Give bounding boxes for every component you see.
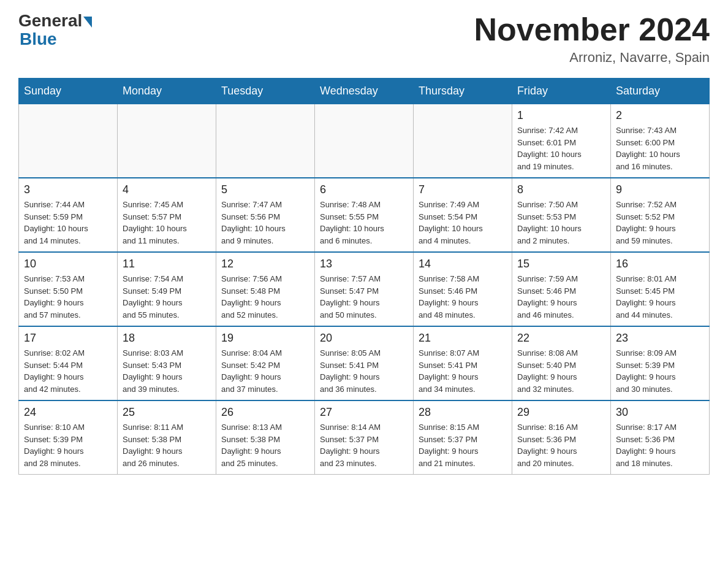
calendar-cell	[315, 104, 414, 178]
day-info: Sunrise: 8:09 AM Sunset: 5:39 PM Dayligh…	[616, 347, 704, 395]
weekday-header-saturday: Saturday	[611, 79, 710, 104]
calendar-week-row: 3Sunrise: 7:44 AM Sunset: 5:59 PM Daylig…	[19, 178, 710, 252]
calendar-cell: 3Sunrise: 7:44 AM Sunset: 5:59 PM Daylig…	[19, 178, 118, 252]
day-info: Sunrise: 7:43 AM Sunset: 6:00 PM Dayligh…	[616, 124, 704, 172]
weekday-header-monday: Monday	[118, 79, 216, 104]
day-number: 22	[517, 332, 605, 345]
day-number: 19	[221, 332, 309, 345]
calendar-cell: 26Sunrise: 8:13 AM Sunset: 5:38 PM Dayli…	[216, 400, 315, 475]
header: General Blue November 2024 Arroniz, Nava…	[18, 12, 710, 66]
calendar-cell	[216, 104, 315, 178]
calendar-cell: 14Sunrise: 7:58 AM Sunset: 5:46 PM Dayli…	[414, 252, 512, 326]
day-info: Sunrise: 8:17 AM Sunset: 5:36 PM Dayligh…	[616, 421, 704, 469]
day-number: 13	[320, 258, 408, 270]
logo-blue-text: Blue	[20, 29, 57, 49]
calendar-cell: 8Sunrise: 7:50 AM Sunset: 5:53 PM Daylig…	[512, 178, 611, 252]
calendar-cell: 10Sunrise: 7:53 AM Sunset: 5:50 PM Dayli…	[19, 252, 118, 326]
calendar-cell: 23Sunrise: 8:09 AM Sunset: 5:39 PM Dayli…	[611, 326, 710, 400]
weekday-header-thursday: Thursday	[414, 79, 512, 104]
day-number: 26	[221, 406, 309, 419]
day-number: 23	[616, 332, 704, 345]
day-number: 9	[616, 183, 704, 196]
day-number: 12	[221, 258, 309, 270]
calendar-cell	[118, 104, 216, 178]
day-info: Sunrise: 7:44 AM Sunset: 5:59 PM Dayligh…	[24, 199, 112, 247]
weekday-header-sunday: Sunday	[19, 79, 118, 104]
calendar-cell: 2Sunrise: 7:43 AM Sunset: 6:00 PM Daylig…	[611, 104, 710, 178]
weekday-header-tuesday: Tuesday	[216, 79, 315, 104]
logo: General Blue	[18, 12, 92, 49]
day-number: 18	[123, 332, 211, 345]
calendar-cell: 25Sunrise: 8:11 AM Sunset: 5:38 PM Dayli…	[118, 400, 216, 475]
day-info: Sunrise: 8:07 AM Sunset: 5:41 PM Dayligh…	[419, 347, 507, 395]
day-info: Sunrise: 7:48 AM Sunset: 5:55 PM Dayligh…	[320, 199, 408, 247]
day-info: Sunrise: 8:08 AM Sunset: 5:40 PM Dayligh…	[517, 347, 605, 395]
day-info: Sunrise: 8:11 AM Sunset: 5:38 PM Dayligh…	[123, 421, 211, 469]
day-number: 16	[616, 258, 704, 270]
day-number: 1	[517, 109, 605, 122]
calendar-week-row: 1Sunrise: 7:42 AM Sunset: 6:01 PM Daylig…	[19, 104, 710, 178]
day-number: 28	[419, 406, 507, 419]
calendar-cell: 4Sunrise: 7:45 AM Sunset: 5:57 PM Daylig…	[118, 178, 216, 252]
calendar-title: November 2024	[474, 12, 710, 47]
calendar-cell: 28Sunrise: 8:15 AM Sunset: 5:37 PM Dayli…	[414, 400, 512, 475]
day-info: Sunrise: 7:50 AM Sunset: 5:53 PM Dayligh…	[517, 199, 605, 247]
calendar-cell	[414, 104, 512, 178]
day-number: 8	[517, 183, 605, 196]
day-number: 2	[616, 109, 704, 122]
day-number: 5	[221, 183, 309, 196]
day-info: Sunrise: 7:54 AM Sunset: 5:49 PM Dayligh…	[123, 273, 211, 321]
calendar-cell: 21Sunrise: 8:07 AM Sunset: 5:41 PM Dayli…	[414, 326, 512, 400]
calendar-cell: 24Sunrise: 8:10 AM Sunset: 5:39 PM Dayli…	[19, 400, 118, 475]
day-info: Sunrise: 8:16 AM Sunset: 5:36 PM Dayligh…	[517, 421, 605, 469]
calendar-cell: 13Sunrise: 7:57 AM Sunset: 5:47 PM Dayli…	[315, 252, 414, 326]
calendar-cell: 20Sunrise: 8:05 AM Sunset: 5:41 PM Dayli…	[315, 326, 414, 400]
day-info: Sunrise: 7:49 AM Sunset: 5:54 PM Dayligh…	[419, 199, 507, 247]
day-info: Sunrise: 8:14 AM Sunset: 5:37 PM Dayligh…	[320, 421, 408, 469]
day-info: Sunrise: 8:03 AM Sunset: 5:43 PM Dayligh…	[123, 347, 211, 395]
day-number: 14	[419, 258, 507, 270]
day-number: 15	[517, 258, 605, 270]
calendar-cell: 5Sunrise: 7:47 AM Sunset: 5:56 PM Daylig…	[216, 178, 315, 252]
logo-arrow-icon	[83, 17, 92, 28]
calendar-cell: 15Sunrise: 7:59 AM Sunset: 5:46 PM Dayli…	[512, 252, 611, 326]
calendar-cell: 6Sunrise: 7:48 AM Sunset: 5:55 PM Daylig…	[315, 178, 414, 252]
day-info: Sunrise: 8:13 AM Sunset: 5:38 PM Dayligh…	[221, 421, 309, 469]
day-info: Sunrise: 7:58 AM Sunset: 5:46 PM Dayligh…	[419, 273, 507, 321]
day-number: 4	[123, 183, 211, 196]
calendar-cell: 18Sunrise: 8:03 AM Sunset: 5:43 PM Dayli…	[118, 326, 216, 400]
calendar-cell: 16Sunrise: 8:01 AM Sunset: 5:45 PM Dayli…	[611, 252, 710, 326]
day-info: Sunrise: 7:59 AM Sunset: 5:46 PM Dayligh…	[517, 273, 605, 321]
calendar-cell: 1Sunrise: 7:42 AM Sunset: 6:01 PM Daylig…	[512, 104, 611, 178]
calendar-cell: 27Sunrise: 8:14 AM Sunset: 5:37 PM Dayli…	[315, 400, 414, 475]
calendar-table: SundayMondayTuesdayWednesdayThursdayFrid…	[18, 78, 710, 475]
day-number: 25	[123, 406, 211, 419]
day-info: Sunrise: 8:04 AM Sunset: 5:42 PM Dayligh…	[221, 347, 309, 395]
day-number: 24	[24, 406, 112, 419]
calendar-cell	[19, 104, 118, 178]
calendar-week-row: 10Sunrise: 7:53 AM Sunset: 5:50 PM Dayli…	[19, 252, 710, 326]
logo-general-text: General	[18, 12, 82, 29]
calendar-week-row: 17Sunrise: 8:02 AM Sunset: 5:44 PM Dayli…	[19, 326, 710, 400]
day-number: 30	[616, 406, 704, 419]
weekday-header-row: SundayMondayTuesdayWednesdayThursdayFrid…	[19, 79, 710, 104]
calendar-cell: 12Sunrise: 7:56 AM Sunset: 5:48 PM Dayli…	[216, 252, 315, 326]
day-info: Sunrise: 7:47 AM Sunset: 5:56 PM Dayligh…	[221, 199, 309, 247]
calendar-cell: 29Sunrise: 8:16 AM Sunset: 5:36 PM Dayli…	[512, 400, 611, 475]
day-number: 20	[320, 332, 408, 345]
day-number: 17	[24, 332, 112, 345]
day-info: Sunrise: 7:52 AM Sunset: 5:52 PM Dayligh…	[616, 199, 704, 247]
day-info: Sunrise: 8:01 AM Sunset: 5:45 PM Dayligh…	[616, 273, 704, 321]
day-info: Sunrise: 7:53 AM Sunset: 5:50 PM Dayligh…	[24, 273, 112, 321]
day-info: Sunrise: 7:56 AM Sunset: 5:48 PM Dayligh…	[221, 273, 309, 321]
calendar-week-row: 24Sunrise: 8:10 AM Sunset: 5:39 PM Dayli…	[19, 400, 710, 475]
calendar-cell: 11Sunrise: 7:54 AM Sunset: 5:49 PM Dayli…	[118, 252, 216, 326]
day-number: 11	[123, 258, 211, 270]
calendar-subtitle: Arroniz, Navarre, Spain	[474, 50, 710, 66]
weekday-header-wednesday: Wednesday	[315, 79, 414, 104]
day-number: 29	[517, 406, 605, 419]
day-number: 10	[24, 258, 112, 270]
day-info: Sunrise: 8:05 AM Sunset: 5:41 PM Dayligh…	[320, 347, 408, 395]
day-info: Sunrise: 7:45 AM Sunset: 5:57 PM Dayligh…	[123, 199, 211, 247]
day-info: Sunrise: 8:15 AM Sunset: 5:37 PM Dayligh…	[419, 421, 507, 469]
